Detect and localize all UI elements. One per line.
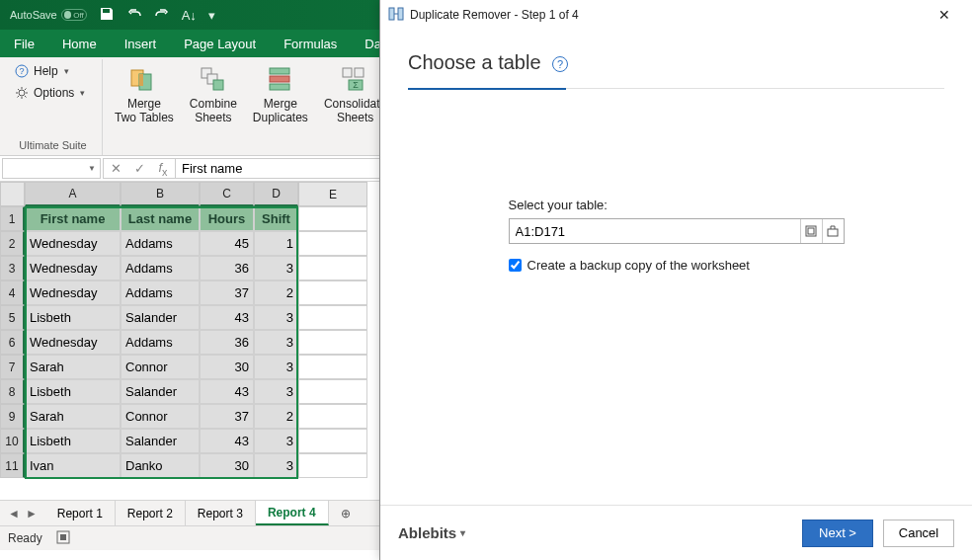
cell[interactable]: Wednesday xyxy=(25,330,121,355)
cell[interactable]: Salander xyxy=(121,305,200,330)
cell[interactable]: Addams xyxy=(121,330,200,355)
name-box[interactable]: ▼ xyxy=(2,158,101,179)
cell[interactable]: Addams xyxy=(121,280,200,305)
sort-icon[interactable]: A↓ xyxy=(176,8,202,23)
cell[interactable]: 37 xyxy=(200,280,254,305)
save-icon[interactable] xyxy=(93,6,121,25)
cell[interactable]: Wednesday xyxy=(25,256,121,280)
options-button[interactable]: Options ▾ xyxy=(10,83,89,103)
col-header[interactable]: C xyxy=(200,182,254,206)
cell[interactable]: Salander xyxy=(121,429,200,453)
fx-icon[interactable]: fx xyxy=(151,160,175,178)
row-header[interactable]: 1 xyxy=(0,206,25,231)
cell[interactable] xyxy=(298,355,367,379)
cell[interactable] xyxy=(298,453,367,478)
dialog-titlebar[interactable]: Duplicate Remover - Step 1 of 4 ✕ xyxy=(380,0,972,30)
tab-home[interactable]: Home xyxy=(48,30,111,57)
redo-icon[interactable] xyxy=(148,6,176,25)
cell[interactable]: Salander xyxy=(121,379,200,404)
cell[interactable] xyxy=(298,206,367,231)
cell[interactable]: 37 xyxy=(200,404,254,429)
cell[interactable]: 45 xyxy=(200,231,254,256)
cell[interactable]: 43 xyxy=(200,429,254,453)
cell[interactable] xyxy=(298,305,367,330)
tab-file[interactable]: File xyxy=(0,30,48,57)
cell[interactable]: 3 xyxy=(254,305,298,330)
cell[interactable]: Connor xyxy=(121,404,200,429)
table-header-cell[interactable]: Last name xyxy=(121,206,200,231)
merge-duplicates-button[interactable]: MergeDuplicates xyxy=(247,61,314,126)
cell[interactable] xyxy=(298,429,367,453)
col-header[interactable]: E xyxy=(298,182,367,206)
tab-formulas[interactable]: Formulas xyxy=(270,30,351,57)
cell[interactable]: 43 xyxy=(200,379,254,404)
cell[interactable]: Sarah xyxy=(25,355,121,379)
tab-insert[interactable]: Insert xyxy=(111,30,171,57)
cell[interactable]: 36 xyxy=(200,330,254,355)
cell[interactable]: Ivan xyxy=(25,453,121,478)
cell[interactable]: Sarah xyxy=(25,404,121,429)
combine-sheets-button[interactable]: CombineSheets xyxy=(184,61,243,126)
autosave-control[interactable]: AutoSave Off xyxy=(4,9,93,21)
branding[interactable]: Ablebits ▾ xyxy=(398,524,465,541)
undo-icon[interactable] xyxy=(121,6,148,25)
prev-sheet-icon[interactable]: ◄ xyxy=(8,507,20,520)
cell[interactable] xyxy=(298,256,367,280)
autosave-toggle-icon[interactable]: Off xyxy=(61,9,87,21)
add-sheet-button[interactable]: ⊕ xyxy=(329,501,363,525)
cell[interactable] xyxy=(298,280,367,305)
cell[interactable]: 3 xyxy=(254,355,298,379)
cell[interactable]: 3 xyxy=(254,429,298,453)
row-header[interactable]: 6 xyxy=(0,330,25,355)
qat-customize-icon[interactable]: ▾ xyxy=(202,8,221,23)
tab-page-layout[interactable]: Page Layout xyxy=(170,30,270,57)
cell[interactable]: Lisbeth xyxy=(25,379,121,404)
cell[interactable]: 2 xyxy=(254,280,298,305)
sheet-tab[interactable]: Report 4 xyxy=(256,501,329,525)
row-header[interactable]: 7 xyxy=(0,355,25,379)
cancel-icon[interactable]: ✕ xyxy=(104,161,127,176)
help-icon[interactable]: ? xyxy=(552,56,568,72)
cell[interactable]: 3 xyxy=(254,453,298,478)
table-header-cell[interactable]: Shift xyxy=(254,206,298,231)
sheet-nav[interactable]: ◄► xyxy=(0,501,45,525)
merge-two-tables-button[interactable]: MergeTwo Tables xyxy=(109,61,180,126)
expand-range-icon[interactable] xyxy=(822,219,844,243)
table-header-cell[interactable]: First name xyxy=(25,206,121,231)
cell[interactable] xyxy=(298,379,367,404)
macro-record-icon[interactable] xyxy=(56,530,70,547)
row-header[interactable]: 5 xyxy=(0,305,25,330)
cell[interactable]: Addams xyxy=(121,231,200,256)
col-header[interactable]: D xyxy=(254,182,298,206)
cancel-button[interactable]: Cancel xyxy=(883,520,954,547)
backup-checkbox[interactable] xyxy=(509,259,522,272)
cell[interactable]: Wednesday xyxy=(25,280,121,305)
cell[interactable]: 3 xyxy=(254,256,298,280)
cell[interactable] xyxy=(298,231,367,256)
row-header[interactable]: 8 xyxy=(0,379,25,404)
cell[interactable]: 3 xyxy=(254,330,298,355)
row-header[interactable]: 4 xyxy=(0,280,25,305)
cell[interactable]: 1 xyxy=(254,231,298,256)
cell[interactable]: 36 xyxy=(200,256,254,280)
cell[interactable]: 30 xyxy=(200,355,254,379)
col-header[interactable]: B xyxy=(121,182,200,206)
help-button[interactable]: ? Help ▾ xyxy=(10,61,73,81)
close-button[interactable]: ✕ xyxy=(925,1,964,29)
collapse-range-icon[interactable] xyxy=(800,219,822,243)
row-header[interactable]: 10 xyxy=(0,429,25,453)
cell[interactable]: Danko xyxy=(121,453,200,478)
sheet-tab[interactable]: Report 2 xyxy=(116,501,186,525)
cell[interactable]: 30 xyxy=(200,453,254,478)
cell[interactable]: 43 xyxy=(200,305,254,330)
cell[interactable] xyxy=(298,330,367,355)
table-header-cell[interactable]: Hours xyxy=(200,206,254,231)
accept-icon[interactable]: ✓ xyxy=(127,161,151,176)
cell[interactable]: Lisbeth xyxy=(25,305,121,330)
row-header[interactable]: 2 xyxy=(0,231,25,256)
cell[interactable] xyxy=(298,404,367,429)
sheet-tab[interactable]: Report 1 xyxy=(45,501,116,525)
cell[interactable]: Wednesday xyxy=(25,231,121,256)
cell[interactable]: Lisbeth xyxy=(25,429,121,453)
row-header[interactable]: 3 xyxy=(0,256,25,280)
